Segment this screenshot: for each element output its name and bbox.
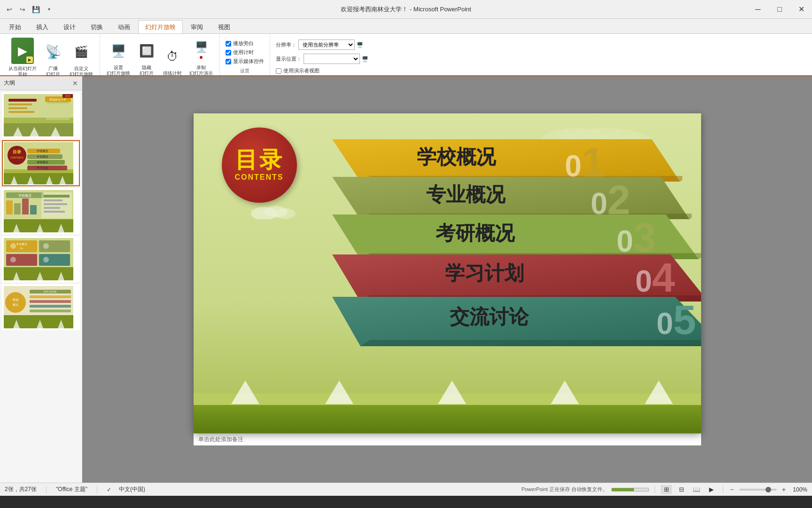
spell-check-icon: ✓ [107, 486, 111, 493]
ribbon-content: ▶ ▶ 从当前幻灯片开始 📡 广播幻灯片 🎬 自定义幻灯片放映 开始放映幻灯片 [0, 34, 812, 76]
svg-rect-42 [6, 200, 13, 214]
presenter-view-check[interactable]: 使用演示者视图 [274, 67, 321, 75]
svg-marker-96 [332, 139, 680, 182]
svg-point-95 [275, 208, 296, 219]
step-4-num-large: 4 [652, 257, 675, 298]
reading-view-btn[interactable]: 📖 [691, 485, 702, 494]
slide-thumbnails: 1 [0, 90, 82, 483]
slide-thumb-2[interactable]: 目录 CONTENTS 学校概况 01 专业概况 02 考研概况 03 [2, 140, 80, 186]
step-4-number: 0 4 [635, 257, 675, 298]
slideshow-view-btn[interactable]: ▶ [706, 485, 717, 494]
zoom-out-btn[interactable]: － [729, 485, 735, 494]
svg-text:02: 02 [58, 155, 62, 158]
tab-view[interactable]: 视图 [211, 20, 237, 33]
zoom-in-btn[interactable]: ＋ [781, 485, 787, 494]
svg-point-63 [10, 243, 16, 249]
triangle-4 [551, 381, 579, 404]
tab-start[interactable]: 开始 [2, 20, 28, 33]
svg-rect-48 [44, 199, 62, 201]
svg-rect-79 [30, 305, 71, 308]
resolution-select[interactable]: 使用当前分辨率 [298, 40, 355, 50]
slide-canvas[interactable]: 目录 CONTENTS [194, 113, 701, 433]
resolution-row: 分辨率： 使用当前分辨率 🖥️ [274, 39, 365, 51]
setup-show-btn[interactable]: 🖥️ 设置幻灯片放映 [104, 36, 133, 78]
svg-point-66 [43, 257, 49, 262]
step-2-text: 专业概况 [426, 182, 505, 208]
svg-rect-43 [14, 203, 21, 214]
step-2: 专业概况 0 2 [332, 177, 692, 219]
svg-text:考研概况: 考研概况 [37, 161, 48, 164]
status-sep-4 [723, 486, 723, 493]
minimize-btn[interactable]: ─ [747, 0, 769, 19]
play-narration-check[interactable]: 播放旁白 [224, 40, 256, 48]
sidebar-header: 大纲 ✕ [0, 76, 82, 90]
tab-design[interactable]: 设计 [56, 20, 83, 33]
slide-thumb-3[interactable]: 学校概况 [2, 188, 80, 234]
rehearse-btn[interactable]: ⏱ 排练计时 [160, 41, 185, 78]
status-bar: 2张，共27张 "Office 主题" ✓ 中文(中国) PowerPoint … [0, 483, 812, 496]
thumb-svg-4: 专业概况 04 [4, 238, 73, 280]
svg-rect-3 [8, 99, 37, 102]
ribbon-group-setup: 🖥️ 设置幻灯片放映 🔲 隐藏幻灯片 ⏱ 排练计时 🖥️ ● 录制幻灯片演示 设… [100, 34, 220, 75]
zoom-slider[interactable] [739, 489, 777, 491]
svg-text:2023: 2023 [65, 95, 70, 97]
step-4-text: 学习计划 [445, 260, 524, 286]
tab-insert[interactable]: 插入 [29, 20, 55, 33]
display-dropdown-icon[interactable]: 🖥️ [362, 56, 368, 62]
svg-marker-98 [332, 177, 689, 219]
tab-review[interactable]: 审阅 [184, 20, 210, 33]
broadcast-btn[interactable]: 📡 广播幻灯片 [41, 37, 65, 79]
resolution-dropdown-icon[interactable]: 🖥️ [357, 42, 363, 48]
monitors-settings: 分辨率： 使用当前分辨率 🖥️ 显示位置： 🖥️ 使用演示者视图 [274, 36, 370, 75]
step-3-num-large: 3 [633, 217, 656, 258]
svg-rect-45 [30, 205, 37, 214]
record-btn[interactable]: 🖥️ ● 录制幻灯片演示 [187, 36, 216, 78]
display-select[interactable] [304, 54, 360, 64]
ribbon-group-monitors: 分辨率： 使用当前分辨率 🖥️ 显示位置： 🖥️ 使用演示者视图 监视器 [270, 34, 374, 75]
maximize-btn[interactable]: □ [769, 0, 790, 19]
language-info: 中文(中国) [119, 485, 145, 493]
back-btn[interactable]: ↩ [4, 4, 15, 15]
svg-point-19 [8, 146, 26, 165]
forward-btn[interactable]: ↪ [17, 4, 28, 15]
notes-placeholder: 单击此处添加备注 [198, 436, 243, 444]
svg-text:01: 01 [56, 149, 60, 152]
svg-rect-47 [44, 195, 70, 198]
tab-animation[interactable]: 动画 [111, 20, 137, 33]
bottom-strip [194, 405, 701, 433]
svg-text:CONTENTS: CONTENTS [10, 156, 23, 159]
save-quick-btn[interactable]: 💾 [30, 4, 41, 15]
custom-slideshow-btn[interactable]: 🎬 自定义幻灯片放映 [67, 37, 96, 79]
step-5-num-large: 5 [673, 299, 696, 341]
ribbon-group-items-2: 🖥️ 设置幻灯片放映 🔲 隐藏幻灯片 ⏱ 排练计时 🖥️ ● 录制幻灯片演示 [104, 36, 216, 78]
svg-text:03: 03 [60, 160, 64, 164]
svg-rect-80 [30, 310, 71, 312]
step-5-text: 交流讨论 [450, 304, 529, 330]
close-btn[interactable]: ✕ [790, 0, 812, 19]
svg-rect-51 [44, 211, 65, 213]
slide-thumb-1[interactable]: 西南林业大学 2023 [2, 92, 80, 138]
svg-text:学校概况: 学校概况 [37, 150, 48, 152]
notes-bar[interactable]: 单击此处添加备注 [194, 433, 701, 445]
customize-btn[interactable]: ▾ [43, 4, 55, 15]
normal-view-btn[interactable]: ⊞ [661, 485, 672, 494]
svg-rect-49 [44, 203, 67, 205]
ribbon-group-start-slideshow: ▶ ▶ 从当前幻灯片开始 📡 广播幻灯片 🎬 自定义幻灯片放映 开始放映幻灯片 [2, 34, 100, 75]
from-start-btn[interactable]: ▶ ▶ 从当前幻灯片开始 [6, 36, 39, 79]
slide-thumb-5[interactable]: 考研 概况 2020-2022年 [2, 284, 80, 330]
tab-transition[interactable]: 切换 [84, 20, 110, 33]
display-row: 显示位置： 🖥️ [274, 53, 370, 65]
slide-thumb-img-4: 专业概况 04 [4, 238, 73, 280]
tab-slideshow[interactable]: 幻灯片放映 [138, 20, 183, 33]
sidebar-close-btn[interactable]: ✕ [72, 79, 78, 87]
slide-sorter-btn[interactable]: ⊟ [676, 485, 687, 494]
mulu-en-text: CONTENTS [235, 173, 284, 182]
sidebar-title: 大纲 [4, 79, 15, 87]
zoom-thumb[interactable] [765, 487, 771, 492]
hide-slide-btn[interactable]: 🔲 隐藏幻灯片 [135, 36, 158, 78]
use-timings-check[interactable]: 使用计时 [224, 48, 256, 56]
progress-bar [611, 488, 649, 492]
show-media-check[interactable]: 显示媒体控件 [224, 57, 266, 65]
slide-thumb-4[interactable]: 专业概况 04 [2, 236, 80, 282]
theme-info: "Office 主题" [56, 485, 87, 493]
